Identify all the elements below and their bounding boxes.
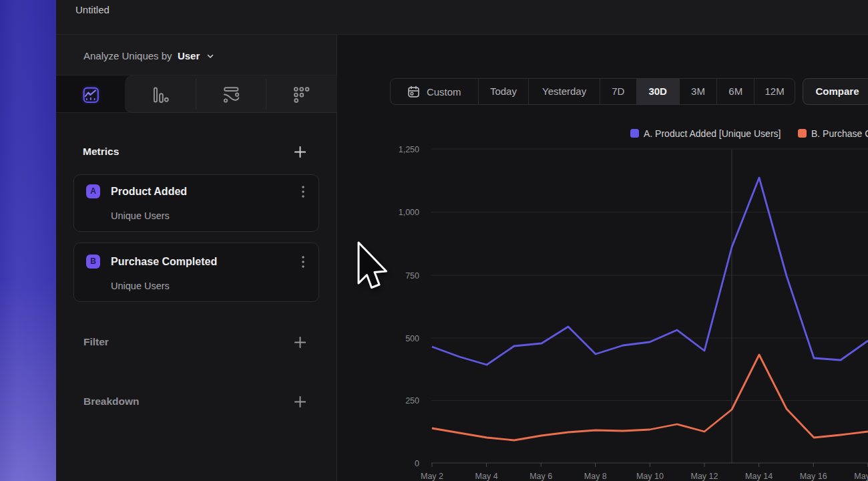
svg-text:1,000: 1,000 xyxy=(399,208,419,217)
svg-text:May 2: May 2 xyxy=(421,472,443,481)
svg-text:May 8: May 8 xyxy=(584,472,607,481)
svg-text:May 4: May 4 xyxy=(475,472,498,481)
svg-text:May 18: May 18 xyxy=(854,472,868,481)
svg-text:0: 0 xyxy=(415,459,419,468)
svg-text:May 10: May 10 xyxy=(636,472,664,481)
svg-text:May 12: May 12 xyxy=(691,472,718,481)
svg-text:750: 750 xyxy=(405,271,419,281)
svg-text:May 6: May 6 xyxy=(529,472,552,481)
svg-text:May 16: May 16 xyxy=(800,472,827,481)
svg-text:May 14: May 14 xyxy=(745,472,773,481)
svg-text:500: 500 xyxy=(405,334,419,343)
svg-text:250: 250 xyxy=(405,396,419,406)
svg-text:1,250: 1,250 xyxy=(399,145,419,154)
